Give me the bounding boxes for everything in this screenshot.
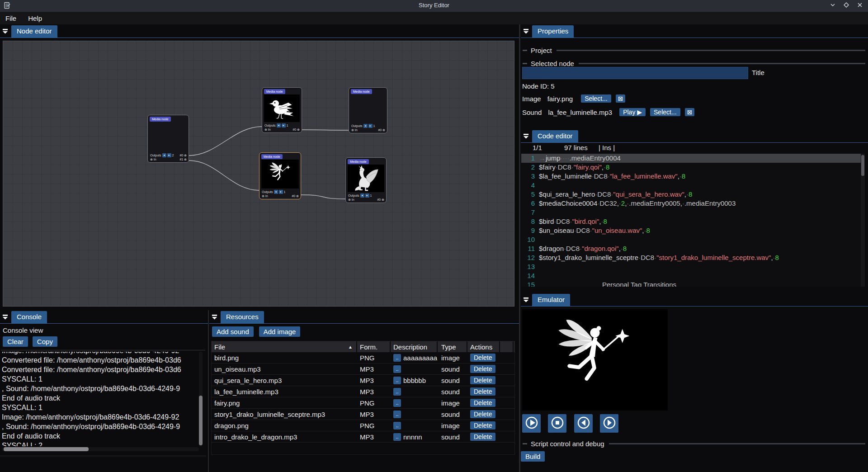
title-bar[interactable]: Story Editor — [0, 0, 868, 12]
delete-button[interactable]: Delete — [470, 421, 495, 430]
main-splitter[interactable] — [519, 24, 520, 472]
bird-node[interactable]: Media nodeOutputs◂▸1⊕ In#0 ⊕ — [262, 87, 302, 133]
menu-help[interactable]: Help — [28, 14, 42, 22]
output-port[interactable]: #1 ⊕ — [179, 157, 187, 161]
title-input[interactable] — [522, 67, 748, 79]
build-button[interactable]: Build — [521, 451, 545, 462]
console-log[interactable]: Image: /home/anthony/ostproj/ba869e4b-03… — [2, 352, 197, 446]
code-line[interactable]: 2$fairy·DC8·"fairy.qoi",·8 — [521, 163, 864, 172]
code-line[interactable]: 3$la_fee_luminelle·DC8·"la_fee_luminelle… — [521, 172, 864, 181]
close-button[interactable] — [855, 1, 864, 10]
code-editor-view[interactable]: 1→jump····.mediaEntry00042$fairy·DC8·"fa… — [521, 154, 864, 287]
sound-play-button[interactable]: Play ▶ — [619, 108, 646, 116]
table-row[interactable]: story1_drako_luminelle_sceptre.mp3MP3..s… — [212, 409, 514, 420]
maximize-button[interactable] — [842, 1, 851, 10]
table-row[interactable]: fairy.pngPNG..imageDelete — [212, 397, 514, 409]
output-port[interactable]: #0 ⊕ — [292, 194, 299, 198]
output-port[interactable]: #0 ⊕ — [377, 198, 384, 202]
code-line[interactable]: 7 — [521, 208, 864, 217]
table-row[interactable]: intro_drako_le_dragon.mp3MP3..nnnnnsound… — [212, 431, 514, 443]
node-graph-canvas[interactable]: Media nodeOutputs◂▸2⊕ In#0 ⊕#1 ⊕Media no… — [3, 41, 514, 307]
description-edit-button[interactable]: .. — [393, 411, 401, 418]
outputs-increment-button[interactable]: ▸ — [365, 194, 369, 198]
menu-file[interactable]: File — [5, 14, 16, 22]
output-port[interactable]: #0 ⊕ — [378, 128, 385, 132]
delete-button[interactable]: Delete — [470, 433, 495, 441]
description-edit-button[interactable]: .. — [393, 433, 401, 441]
collapse-icon[interactable] — [2, 28, 8, 34]
bottom-splitter[interactable] — [208, 310, 209, 472]
output-port[interactable]: #0 ⊕ — [179, 153, 187, 157]
start-node[interactable]: Media nodeOutputs◂▸2⊕ In#0 ⊕#1 ⊕ — [147, 115, 189, 163]
tab-code-editor[interactable]: Code editor — [532, 130, 578, 142]
code-line[interactable]: 8$bird·DC8·"bird.qoi",·8 — [521, 217, 864, 226]
outputs-increment-button[interactable]: ▸ — [368, 124, 373, 128]
code-line[interactable]: 14 — [521, 271, 864, 280]
stop-button[interactable] — [548, 414, 566, 433]
code-editor-scrollbar[interactable] — [861, 154, 865, 287]
outputs-decrement-button[interactable]: ◂ — [363, 124, 368, 128]
code-line[interactable]: 10 — [521, 235, 864, 244]
code-line[interactable]: 12$story1_drako_luminelle_sceptre·DC8·"s… — [521, 253, 864, 262]
delete-button[interactable]: Delete — [470, 410, 495, 418]
collapse-icon[interactable] — [523, 28, 529, 34]
column-header-file[interactable]: File▲ — [212, 341, 357, 352]
delete-button[interactable]: Delete — [470, 365, 495, 373]
play-button[interactable] — [522, 414, 541, 433]
clear-button[interactable]: Clear — [3, 336, 28, 347]
code-line[interactable]: 13 — [521, 262, 864, 271]
table-row[interactable]: dragon.pngPNG..imageDelete — [212, 420, 514, 431]
copy-button[interactable]: Copy — [33, 336, 57, 347]
code-line[interactable]: 4 — [521, 181, 864, 190]
outputs-decrement-button[interactable]: ◂ — [162, 153, 166, 157]
console-horizontal-scrollbar[interactable] — [2, 447, 199, 451]
code-line[interactable]: 9$un_oiseau·DC8·"un_oiseau.wav",·8 — [521, 226, 864, 235]
column-header-type[interactable]: Type — [438, 341, 467, 352]
table-row[interactable]: la_fee_luminelle.mp3MP3..soundDelete — [212, 386, 514, 397]
description-edit-button[interactable]: .. — [393, 399, 401, 407]
column-header-form[interactable]: Form. — [357, 341, 391, 352]
sound-clear-button[interactable]: ⊠ — [685, 108, 695, 116]
outputs-decrement-button[interactable]: ◂ — [360, 194, 364, 198]
code-line[interactable]: 1→jump····.mediaEntry0004 — [521, 154, 864, 163]
description-edit-button[interactable]: .. — [393, 422, 401, 430]
outputs-decrement-button[interactable]: ◂ — [274, 190, 278, 194]
description-edit-button[interactable]: .. — [393, 388, 401, 396]
table-row[interactable]: qui_sera_le_hero.mp3MP3..bbbbbbsoundDele… — [212, 375, 514, 386]
step-forward-button[interactable] — [600, 414, 618, 433]
tab-emulator[interactable]: Emulator — [532, 294, 570, 306]
description-edit-button[interactable]: .. — [393, 377, 401, 384]
column-header-description[interactable]: Description — [391, 341, 438, 352]
fairy-node[interactable]: Media nodeOutputs◂▸1⊕ In#0 ⊕ — [259, 152, 301, 199]
step-back-button[interactable] — [574, 414, 593, 433]
add-sound-button[interactable]: Add sound — [212, 326, 254, 337]
table-row[interactable]: bird.pngPNG..aaaaaaaaaimageDelete — [212, 352, 514, 363]
code-line[interactable]: 11$dragon·DC8·"dragon.qoi",·8 — [521, 244, 864, 253]
description-edit-button[interactable]: .. — [393, 365, 401, 373]
code-line[interactable]: 6$mediaChoice0004·DC32,·2,·.mediaEntry00… — [521, 199, 864, 208]
tab-properties[interactable]: Properties — [532, 25, 574, 38]
add-image-button[interactable]: Add image — [259, 326, 301, 337]
console-vertical-scrollbar[interactable] — [199, 352, 203, 446]
image-clear-button[interactable]: ⊠ — [616, 94, 626, 103]
outputs-increment-button[interactable]: ▸ — [282, 123, 286, 127]
delete-button[interactable]: Delete — [470, 399, 495, 407]
outputs-decrement-button[interactable]: ◂ — [277, 123, 281, 127]
outputs-increment-button[interactable]: ▸ — [279, 190, 283, 194]
dragon-node[interactable]: Media nodeOutputs◂▸1⊕ In#0 ⊕ — [345, 157, 387, 203]
collapse-icon[interactable] — [523, 133, 529, 139]
table-row[interactable]: un_oiseau.mp3MP3..soundDelete — [212, 363, 514, 375]
sound-select-button[interactable]: Select... — [650, 108, 680, 116]
delete-button[interactable]: Delete — [470, 354, 495, 362]
end-node[interactable]: Media nodeOutputs◂▸1⊕ In#0 ⊕ — [349, 87, 387, 133]
code-line[interactable]: 5$qui_sera_le_hero·DC8·"qui_sera_le_hero… — [521, 190, 864, 199]
tab-node-editor[interactable]: Node editor — [11, 25, 57, 38]
description-edit-button[interactable]: .. — [393, 354, 401, 362]
collapse-icon[interactable] — [523, 297, 529, 303]
code-line[interactable]: 15Personal Tag Transitions — [521, 280, 864, 287]
output-port[interactable]: #0 ⊕ — [292, 127, 300, 132]
image-select-button[interactable]: Select... — [581, 94, 611, 103]
minimize-button[interactable] — [828, 1, 837, 10]
delete-button[interactable]: Delete — [470, 376, 495, 384]
column-header-actions[interactable]: Actions — [467, 341, 500, 352]
